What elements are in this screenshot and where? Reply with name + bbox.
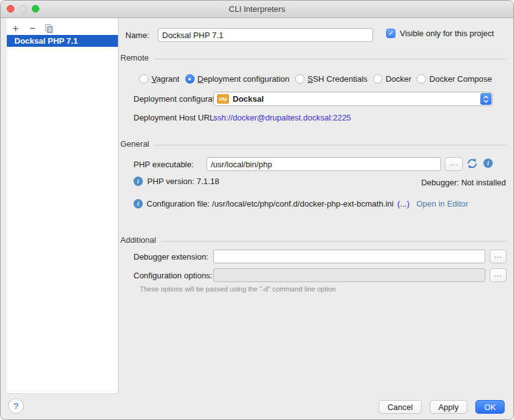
window-title: CLI Interpreters (229, 4, 285, 14)
close-window-button[interactable] (7, 5, 14, 12)
remote-type-radio-group: Vagrant Deployment configuration SSH Cre… (139, 74, 514, 84)
remote-section-header: Remote (120, 53, 506, 62)
dropdown-stepper-icon[interactable] (480, 93, 492, 105)
php-executable-label: PHP executable: (133, 160, 194, 169)
deployment-configuration-value: Docksal (233, 94, 264, 104)
radio-deployment-configuration[interactable]: Deployment configuration (185, 74, 289, 84)
configuration-options-browse-button[interactable]: ... (490, 268, 507, 282)
radio-docker-compose[interactable]: Docker Compose (417, 74, 492, 84)
title-bar: CLI Interpreters (1, 1, 513, 18)
cli-interpreters-dialog: CLI Interpreters + − Docksal PHP 7.1 Nam… (0, 0, 514, 420)
sidebar-item-docksal-php[interactable]: Docksal PHP 7.1 (7, 35, 118, 47)
radio-circle[interactable] (139, 74, 148, 84)
radio-vagrant[interactable]: Vagrant (139, 74, 180, 84)
dialog-buttons: Cancel Apply OK (379, 400, 505, 414)
configuration-file-text: Configuration file: /usr/local/etc/php/c… (147, 199, 394, 208)
sftp-server-icon: sftp (217, 94, 229, 104)
debugger-status-text: Debugger: Not installed (421, 178, 506, 187)
section-divider (154, 145, 506, 145)
cancel-button[interactable]: Cancel (379, 400, 421, 414)
section-divider (154, 59, 506, 59)
ok-button[interactable]: OK (475, 400, 505, 414)
interpreter-settings-panel: Name: ✓ Visible only for this project Re… (118, 18, 514, 393)
sidebar-toolbar: + − (7, 18, 118, 35)
radio-docker[interactable]: Docker (373, 74, 411, 84)
remove-interpreter-icon[interactable]: − (27, 23, 37, 34)
general-section-label: General (120, 139, 149, 149)
deployment-host-url-label: Deployment Host URL: (133, 113, 216, 122)
zoom-window-button[interactable] (32, 5, 39, 12)
configuration-file-ellipsis-link[interactable]: (...) (397, 199, 410, 208)
php-version-row: i PHP version: 7.1.18 (133, 177, 219, 186)
configuration-options-hint: These options will be passed using the "… (140, 285, 336, 293)
php-executable-browse-button[interactable]: ... (445, 157, 463, 171)
configuration-options-input[interactable] (213, 268, 485, 282)
apply-button[interactable]: Apply (430, 400, 468, 414)
remote-section-label: Remote (120, 53, 149, 62)
additional-section-label: Additional (120, 235, 156, 245)
reload-phpinfo-icon[interactable] (467, 158, 478, 169)
interpreters-sidebar: + − Docksal PHP 7.1 (7, 18, 119, 394)
help-button[interactable]: ? (8, 398, 24, 414)
php-version-text: PHP version: 7.1.18 (147, 177, 219, 186)
minimize-window-button (19, 5, 27, 12)
name-input[interactable] (158, 28, 373, 42)
radio-circle[interactable] (295, 74, 304, 84)
visible-only-checkbox[interactable]: ✓ (386, 29, 395, 38)
debugger-extension-label: Debugger extension: (133, 252, 208, 261)
name-label: Name: (125, 31, 149, 40)
general-section-header: General (120, 139, 506, 149)
debugger-extension-input[interactable] (213, 250, 485, 263)
show-phpinfo-icon[interactable]: i (483, 159, 493, 168)
info-icon: i (133, 177, 143, 186)
add-interpreter-icon[interactable]: + (11, 23, 21, 34)
configuration-file-row: i Configuration file: /usr/local/etc/php… (133, 199, 468, 208)
duplicate-interpreter-icon[interactable] (44, 24, 54, 33)
sidebar-item-label: Docksal PHP 7.1 (14, 36, 78, 46)
radio-circle-selected[interactable] (185, 74, 195, 84)
configuration-options-label: Configuration options: (133, 271, 212, 280)
visible-only-checkbox-row: ✓ Visible only for this project (386, 29, 494, 38)
radio-ssh-credentials[interactable]: SSH Credentials (295, 74, 367, 84)
additional-section-header: Additional (120, 235, 506, 245)
visible-only-checkbox-label: Visible only for this project (400, 29, 494, 38)
open-in-editor-link[interactable]: Open in Editor (416, 199, 468, 208)
radio-circle[interactable] (373, 74, 382, 84)
php-executable-input[interactable] (206, 157, 441, 171)
section-divider (161, 241, 506, 242)
deployment-configuration-select[interactable]: sftp Docksal (213, 92, 493, 106)
deployment-host-url-value: ssh://docker@drupaltest.docksal:2225 (213, 113, 351, 122)
radio-circle[interactable] (417, 74, 426, 84)
info-icon: i (133, 199, 143, 208)
traffic-lights (7, 5, 39, 12)
debugger-extension-browse-button[interactable]: ... (490, 250, 507, 263)
